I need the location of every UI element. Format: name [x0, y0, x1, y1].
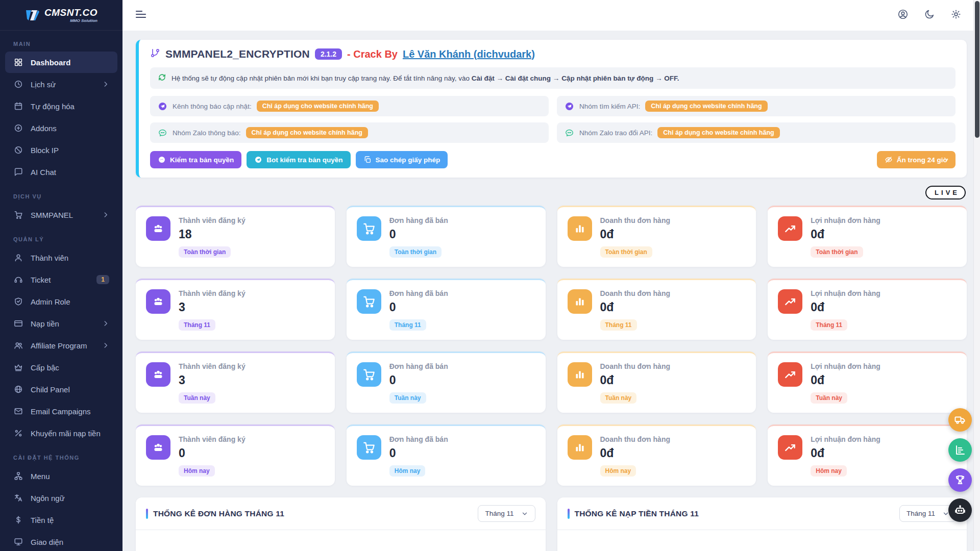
- sidebar-item-language[interactable]: Ngôn ngữ: [5, 487, 117, 509]
- sidebar-item-email-campaigns[interactable]: Email Campaigns: [5, 400, 117, 422]
- sidebar-item-ai-chat[interactable]: AI Chat: [5, 161, 117, 183]
- period-badge: Toàn thời gian: [600, 246, 652, 258]
- update-notice: Hệ thống sẽ tự động cập nhật phiên bản m…: [150, 67, 955, 89]
- sidebar-item-rank[interactable]: Cấp bậc: [5, 357, 117, 378]
- sidebar-item-label: Ticket: [31, 276, 89, 284]
- brand-logo[interactable]: CMSNT.CO MMO Solution: [0, 0, 122, 31]
- sidebar-item-label: Email Campaigns: [31, 407, 109, 416]
- orders-month-select[interactable]: Tháng 11: [478, 505, 535, 522]
- sidebar-item-label: Nạp tiền: [31, 319, 95, 328]
- chevron-right-icon: [102, 81, 109, 88]
- robot-icon: [954, 504, 966, 516]
- bar-chart-icon: [568, 289, 592, 314]
- dashboard-grid-icon: [13, 57, 23, 67]
- sidebar-item-addons[interactable]: Addons: [5, 117, 117, 139]
- sidebar-item-affiliate[interactable]: Affiliate Program: [5, 335, 117, 356]
- sidebar-item-automation[interactable]: Tự động hóa: [5, 95, 117, 117]
- sidebar-item-child-panel[interactable]: Child Panel: [5, 379, 117, 400]
- trend-up-icon: [778, 435, 802, 460]
- deposits-chart-panel: THỐNG KÊ NẠP TIỀN THÁNG 11 Tháng 11 Khôn…: [557, 497, 967, 551]
- license-banner: SMMPANEL2_ENCRYPTION 2.1.2 - Crack By Lê…: [136, 40, 967, 178]
- chevron-right-icon: [102, 211, 109, 218]
- sidebar-item-deposit[interactable]: Nạp tiền: [5, 313, 117, 334]
- sidebar-item-dashboard[interactable]: Dashboard: [5, 52, 117, 73]
- sidebar-item-ticket[interactable]: Ticket 1: [5, 269, 117, 290]
- chatbot-fab[interactable]: [948, 498, 972, 522]
- cart-icon: [13, 210, 23, 220]
- version-badge: 2.1.2: [315, 48, 342, 60]
- scrollbar-thumb[interactable]: [975, 1, 979, 138]
- api-search-row: Nhóm tìm kiếm API: Chỉ áp dụng cho websi…: [557, 96, 955, 116]
- percent-icon: [13, 428, 23, 438]
- check-license-button[interactable]: Kiểm tra bản quyền: [150, 151, 241, 168]
- zalo-notify-row: Nhóm Zalo thông báo: Chỉ áp dụng cho web…: [150, 122, 549, 143]
- stat-card-members-week: Thành viên đăng ký3Tuần này: [136, 352, 335, 413]
- leaderboard-fab[interactable]: [948, 468, 972, 492]
- hamburger-menu-icon[interactable]: [135, 8, 147, 22]
- sidebar-item-currency[interactable]: Tiền tệ: [5, 509, 117, 531]
- bot-check-license-button[interactable]: Bot kiểm tra bản quyền: [247, 151, 350, 168]
- sidebar-item-block-ip[interactable]: Block IP: [5, 139, 117, 161]
- sidebar-item-promo[interactable]: Khuyến mãi nạp tiền: [5, 422, 117, 444]
- official-only-badge: Chỉ áp dụng cho website chính hãng: [645, 101, 767, 112]
- stat-card-orders-alltime: Đơn hàng đã bán0Toàn thời gian: [347, 206, 546, 267]
- dark-mode-moon-icon[interactable]: [924, 9, 935, 22]
- profile-icon[interactable]: [897, 9, 909, 22]
- brand-subtitle: MMO Solution: [70, 19, 97, 23]
- period-badge: Hôm nay: [600, 465, 636, 477]
- users-icon: [13, 340, 23, 350]
- git-branch-icon: [150, 48, 160, 60]
- sidebar-item-label: Lịch sử: [31, 80, 95, 89]
- sidebar-item-label: Giao diện: [31, 538, 109, 546]
- sidebar-item-menu[interactable]: Menu: [5, 465, 117, 487]
- row-label: Nhóm tìm kiếm API:: [579, 103, 640, 110]
- period-badge: Tuần này: [811, 392, 847, 404]
- trend-up-icon: [778, 216, 802, 241]
- vertical-scrollbar[interactable]: [973, 0, 980, 551]
- author-link[interactable]: Lê Văn Khánh (dichvudark): [403, 48, 535, 60]
- sidebar-item-admin-role[interactable]: Admin Role: [5, 291, 117, 312]
- settings-gear-icon[interactable]: [950, 9, 962, 22]
- sidebar-item-smmpanel[interactable]: SMMPANEL: [5, 204, 117, 226]
- stat-card-members-alltime: Thành viên đăng ký18Toàn thời gian: [136, 206, 335, 267]
- sidebar-nav: MAIN Dashboard Lịch sử Tự động hóa Addon…: [0, 31, 122, 551]
- stat-card-revenue-month: Doanh thu đơn hàng0đTháng 11: [557, 279, 756, 340]
- period-badge: Tháng 11: [389, 319, 426, 331]
- sidebar-item-label: Affiliate Program: [31, 341, 95, 350]
- nav-section-settings: CÀI ĐẶT HỆ THỐNG: [0, 444, 122, 465]
- hide-24h-button[interactable]: Ẩn trong 24 giờ: [877, 151, 955, 168]
- bar-chart-icon: [568, 216, 592, 241]
- telegram-icon: [158, 102, 167, 111]
- official-only-badge: Chỉ áp dụng cho website chính hãng: [246, 127, 368, 138]
- stat-card-profit-week: Lợi nhuận đơn hàng0đTuần này: [768, 352, 967, 413]
- accent-bar: [146, 509, 148, 519]
- orders-chart-panel: THỐNG KÊ ĐƠN HÀNG THÁNG 11 Tháng 11 Khôn…: [136, 497, 546, 551]
- period-badge: Hôm nay: [179, 465, 215, 477]
- charts-row: THỐNG KÊ ĐƠN HÀNG THÁNG 11 Tháng 11 Khôn…: [136, 497, 967, 551]
- copy-license-button[interactable]: Sao chép giấy phép: [356, 151, 448, 168]
- stat-card-orders-month: Đơn hàng đã bán0Tháng 11: [347, 279, 546, 340]
- bar-chart-icon: [568, 435, 592, 460]
- cart-icon: [357, 216, 381, 241]
- stat-card-profit-today: Lợi nhuận đơn hàng0đHôm nay: [768, 424, 967, 486]
- ban-icon: [13, 145, 23, 155]
- stat-card-revenue-today: Doanh thu đơn hàng0đHôm nay: [557, 424, 756, 486]
- delivery-truck-fab[interactable]: [948, 408, 972, 432]
- plus-circle-icon: [13, 123, 23, 133]
- sidebar-item-history[interactable]: Lịch sử: [5, 73, 117, 95]
- dollar-icon: [13, 515, 23, 525]
- accent-bar: [568, 509, 570, 519]
- nav-section-management: QUẢN LÝ: [0, 226, 122, 246]
- sidebar-item-theme[interactable]: Giao diện: [5, 531, 117, 551]
- sidebar-item-members[interactable]: Thành viên: [5, 247, 117, 268]
- stats-fab[interactable]: [948, 438, 972, 462]
- trend-up-icon: [778, 289, 802, 314]
- sidebar: CMSNT.CO MMO Solution MAIN Dashboard Lịc…: [0, 0, 122, 551]
- refresh-icon: [158, 73, 166, 83]
- topbar: [122, 0, 980, 31]
- sidebar-item-label: Child Panel: [31, 385, 109, 394]
- license-title: SMMPANEL2_ENCRYPTION: [165, 48, 310, 60]
- sidebar-item-label: Khuyến mãi nạp tiền: [31, 429, 109, 438]
- deposits-chart-title: THỐNG KÊ NẠP TIỀN THÁNG 11: [575, 509, 699, 518]
- sidebar-item-label: Ngôn ngữ: [31, 494, 109, 503]
